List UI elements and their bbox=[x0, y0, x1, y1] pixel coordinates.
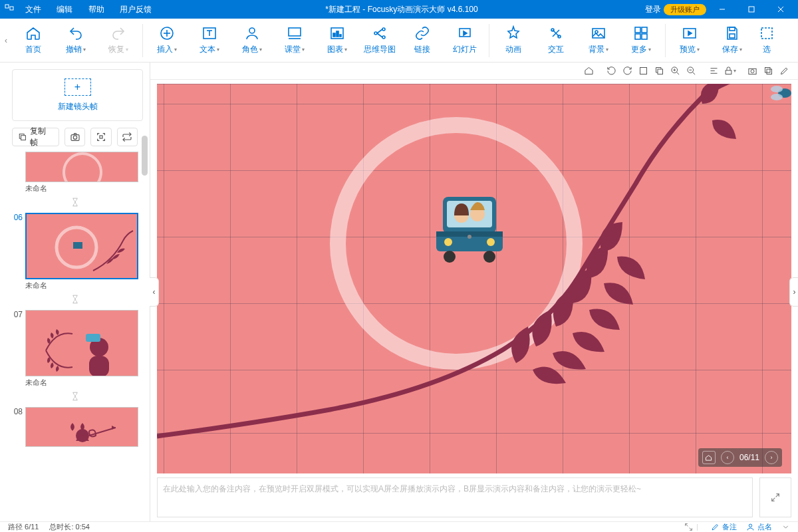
pager-home-icon[interactable] bbox=[702, 451, 716, 464]
svg-rect-48 bbox=[26, 311, 138, 376]
svg-rect-18 bbox=[340, 35, 341, 37]
svg-point-69 bbox=[751, 70, 754, 73]
align-icon[interactable] bbox=[706, 65, 721, 78]
home-button[interactable]: 首页 bbox=[12, 19, 55, 63]
camera-button[interactable] bbox=[65, 128, 85, 146]
home-icon[interactable] bbox=[581, 65, 596, 78]
save-button[interactable]: 保存▾ bbox=[711, 19, 753, 63]
menu-edit[interactable]: 编辑 bbox=[50, 5, 79, 14]
svg-rect-13 bbox=[289, 28, 301, 36]
menu-feedback[interactable]: 用户反馈 bbox=[113, 5, 158, 14]
toolbar-scroll-left[interactable]: ‹ bbox=[0, 19, 12, 63]
rotate-left-icon[interactable] bbox=[604, 65, 618, 78]
thumbnail-06[interactable] bbox=[25, 213, 138, 279]
svg-rect-30 bbox=[635, 27, 640, 33]
status-notes-button[interactable]: 备注 bbox=[711, 522, 737, 532]
interact-button[interactable]: 交互 bbox=[535, 19, 577, 63]
minimize-button[interactable] bbox=[709, 0, 735, 19]
chevron-down-icon[interactable]: ▾ bbox=[126, 47, 128, 53]
thumb-number: 08 bbox=[8, 407, 23, 416]
thumb-caption: 未命名 bbox=[7, 376, 143, 388]
class-button[interactable]: 课堂▾ bbox=[273, 19, 316, 63]
shrink-icon[interactable] bbox=[684, 523, 693, 531]
pager-next[interactable]: › bbox=[765, 451, 778, 464]
link-button[interactable]: 链接 bbox=[401, 19, 444, 63]
slide-button[interactable]: 幻灯片 bbox=[444, 19, 486, 63]
fit-icon[interactable] bbox=[636, 65, 650, 78]
svg-point-85 bbox=[771, 94, 783, 100]
status-path: 路径 6/11 bbox=[8, 522, 39, 532]
rotate-right-icon[interactable] bbox=[620, 65, 634, 78]
collapse-sidebar-handle[interactable]: ‹ bbox=[150, 277, 159, 307]
close-button[interactable] bbox=[767, 0, 794, 19]
text-button[interactable]: 文本▾ bbox=[188, 19, 231, 63]
chevron-down-icon[interactable] bbox=[781, 523, 790, 531]
svg-rect-55 bbox=[640, 68, 646, 74]
more-button[interactable]: 更多▾ bbox=[620, 19, 662, 63]
snapshot-icon[interactable] bbox=[745, 65, 759, 78]
svg-rect-31 bbox=[642, 27, 647, 33]
expand-right-handle[interactable]: › bbox=[789, 277, 798, 307]
redo-button[interactable]: 恢复▾ bbox=[97, 19, 140, 63]
select-button[interactable]: 选 bbox=[753, 19, 780, 63]
loop-button[interactable] bbox=[117, 128, 138, 146]
maximize-button[interactable] bbox=[738, 0, 765, 19]
svg-line-23 bbox=[377, 33, 382, 37]
timer-icon[interactable] bbox=[7, 295, 143, 306]
login-link[interactable]: 登录 bbox=[645, 4, 661, 15]
window-title: *新建工程 - Focusky动画演示大师 v4.6.100 bbox=[158, 4, 645, 15]
zoom-out-icon[interactable] bbox=[684, 65, 698, 78]
menu-file[interactable]: 文件 bbox=[19, 5, 48, 14]
svg-rect-17 bbox=[336, 31, 338, 37]
svg-point-82 bbox=[467, 235, 471, 239]
svg-point-19 bbox=[374, 32, 377, 35]
mindmap-button[interactable]: 思维导图 bbox=[358, 19, 401, 63]
qr-button[interactable] bbox=[90, 128, 111, 146]
pager-prev[interactable]: ‹ bbox=[721, 451, 734, 464]
role-button[interactable]: 角色▾ bbox=[231, 19, 273, 63]
svg-rect-47 bbox=[73, 242, 82, 249]
undo-button[interactable]: 撤销▾ bbox=[55, 19, 97, 63]
status-call-button[interactable]: 点名 bbox=[746, 522, 772, 532]
scan-icon bbox=[96, 132, 106, 142]
upgrade-button[interactable]: 升级账户 bbox=[664, 4, 706, 15]
thumbnail-05[interactable] bbox=[25, 152, 138, 182]
copy-icon[interactable] bbox=[652, 65, 666, 78]
svg-rect-51 bbox=[86, 334, 100, 342]
svg-marker-35 bbox=[688, 31, 692, 35]
svg-rect-0 bbox=[5, 5, 9, 8]
layers-icon[interactable] bbox=[761, 65, 775, 78]
status-duration: 总时长: 0:54 bbox=[49, 522, 90, 532]
thumbnail-list: 未命名 06 未命名 07 bbox=[0, 152, 150, 521]
thumb-number: 07 bbox=[8, 310, 23, 319]
thumbnail-08[interactable] bbox=[25, 407, 138, 447]
svg-point-84 bbox=[771, 86, 783, 92]
edit-icon[interactable] bbox=[777, 65, 791, 78]
note-icon bbox=[711, 523, 720, 531]
insert-button[interactable]: 插入▾ bbox=[146, 19, 188, 63]
chart-button[interactable]: 图表▾ bbox=[316, 19, 358, 63]
main-toolbar: ‹ 首页 撤销▾ 恢复▾ 插入▾ 文本▾ 角色▾ 课堂▾ bbox=[0, 19, 798, 63]
svg-rect-39 bbox=[21, 136, 26, 140]
preview-button[interactable]: 预览▾ bbox=[668, 19, 711, 63]
copy-frame-button[interactable]: 复制帧 bbox=[12, 128, 59, 146]
notes-input[interactable]: 在此处输入您的备注内容，在预览时开启双屏模式，可以实现A屏全屏播放演示内容，B屏… bbox=[157, 477, 753, 517]
timer-icon[interactable] bbox=[7, 198, 143, 209]
expand-notes-button[interactable] bbox=[759, 477, 791, 517]
sidebar: + 新建镜头帧 复制帧 未命名 06 bbox=[0, 63, 150, 521]
animation-button[interactable]: 动画 bbox=[492, 19, 535, 63]
thumb-number: 06 bbox=[8, 213, 23, 222]
lock-icon[interactable]: ▾ bbox=[722, 65, 737, 78]
zoom-in-icon[interactable] bbox=[668, 65, 682, 78]
car-illustration[interactable] bbox=[430, 190, 509, 270]
canvas-pager: ‹ 06/11 › bbox=[698, 448, 782, 467]
timer-icon[interactable] bbox=[7, 392, 143, 403]
new-frame-button[interactable]: + 新建镜头帧 bbox=[12, 69, 143, 121]
chevron-down-icon[interactable]: ▾ bbox=[83, 47, 86, 53]
menu-help[interactable]: 帮助 bbox=[82, 5, 111, 14]
thumbnail-07[interactable] bbox=[25, 310, 138, 376]
svg-rect-36 bbox=[730, 27, 735, 31]
canvas[interactable]: /*grid drawn below statically*/ bbox=[157, 84, 791, 473]
svg-rect-33 bbox=[642, 34, 647, 39]
background-button[interactable]: 背景▾ bbox=[577, 19, 620, 63]
